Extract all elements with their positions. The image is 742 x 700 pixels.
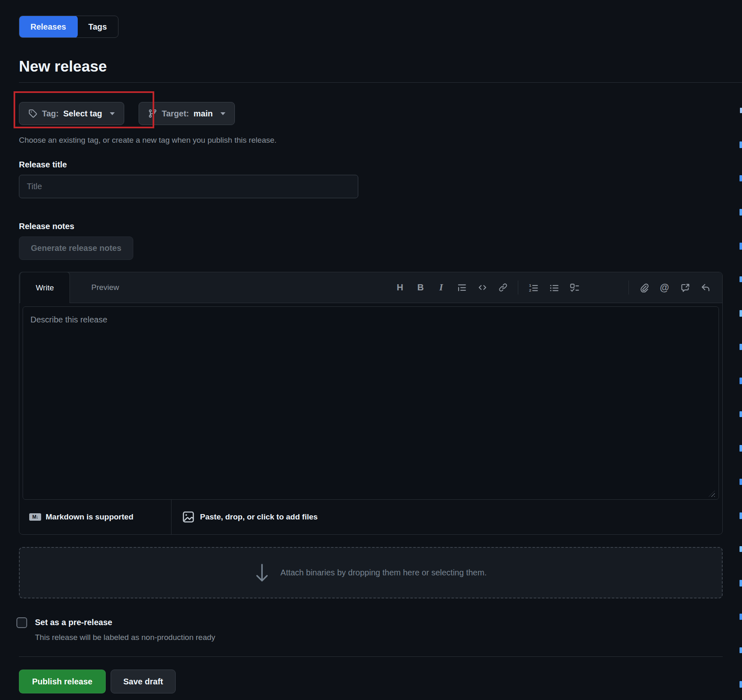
editor-tab-bar: Write Preview H B I [19,272,722,303]
svg-text:2: 2 [529,288,531,292]
prerelease-label[interactable]: Set as a pre-release [35,617,215,628]
prerelease-checkbox[interactable] [16,617,27,628]
releases-tags-switcher: Releases Tags [19,16,118,38]
image-icon [182,511,195,523]
prerelease-option: Set as a pre-release This release will b… [19,617,723,642]
tag-target-row: Tag: Select tag Target: main [19,102,723,125]
markdown-supported-label: Markdown is supported [46,512,133,522]
release-title-input[interactable] [19,175,358,198]
toolbar-separator [518,280,518,294]
tag-helper-text: Choose an existing tag, or create a new … [19,136,723,145]
page-title: New release [19,58,723,76]
link-icon[interactable] [494,278,512,297]
editor-body: M↓ Markdown is supported Paste, drop, or… [19,303,722,534]
releases-tab[interactable]: Releases [19,16,78,38]
chevron-down-icon [220,112,225,115]
git-branch-icon [148,109,157,118]
tag-select-button[interactable]: Tag: Select tag [19,102,124,125]
form-actions: Publish release Save draft [19,670,723,693]
tab-write[interactable]: Write [20,272,70,303]
task-list-icon[interactable] [565,278,584,297]
download-arrow-icon [255,563,269,582]
publish-release-button[interactable]: Publish release [19,670,106,693]
svg-text:1: 1 [529,283,531,287]
editor-footer: M↓ Markdown is supported Paste, drop, or… [23,500,719,534]
markdown-toolbar: H B I [391,272,722,303]
attach-binaries-message: Attach binaries by dropping them here or… [281,568,487,577]
target-select-button[interactable]: Target: main [139,102,235,125]
add-files-label: Paste, drop, or click to add files [200,512,318,522]
italic-icon[interactable]: I [432,278,450,297]
bold-icon[interactable]: B [411,278,430,297]
add-files-button[interactable]: Paste, drop, or click to add files [182,511,318,523]
tag-prefix-label: Tag: [42,109,59,118]
ordered-list-icon[interactable]: 1 2 [524,278,543,297]
target-selected-value: main [194,109,213,118]
mention-icon[interactable]: @ [655,278,674,297]
attach-binaries-dropzone[interactable]: Attach binaries by dropping them here or… [19,547,723,598]
cross-reference-icon[interactable] [676,278,694,297]
tag-icon [28,109,37,118]
markdown-icon: M↓ [29,513,41,521]
release-description-textarea[interactable] [23,306,719,500]
markdown-supported-link[interactable]: M↓ Markdown is supported [29,512,133,522]
toolbar-separator [628,280,629,294]
save-draft-button[interactable]: Save draft [111,670,176,693]
heading-icon[interactable]: H [391,278,409,297]
release-notes-label: Release notes [19,221,723,231]
reply-icon[interactable] [696,278,715,297]
new-release-form: Releases Tags New release Tag: Select ta… [19,0,723,693]
attach-file-icon[interactable] [635,278,653,297]
code-icon[interactable] [473,278,492,297]
header-divider [19,82,742,83]
quote-icon[interactable] [452,278,471,297]
tag-selected-value: Select tag [63,109,102,118]
tags-tab[interactable]: Tags [77,16,118,37]
generate-release-notes-button[interactable]: Generate release notes [19,236,133,260]
release-notes-editor: Write Preview H B I [19,272,723,535]
footer-separator [171,500,172,534]
actions-divider [19,656,723,657]
chevron-down-icon [110,112,115,115]
unordered-list-icon[interactable] [545,278,563,297]
target-prefix-label: Target: [162,109,189,118]
tab-preview[interactable]: Preview [75,272,136,303]
release-title-label: Release title [19,160,723,169]
prerelease-helper-text: This release will be labeled as non-prod… [35,633,215,642]
